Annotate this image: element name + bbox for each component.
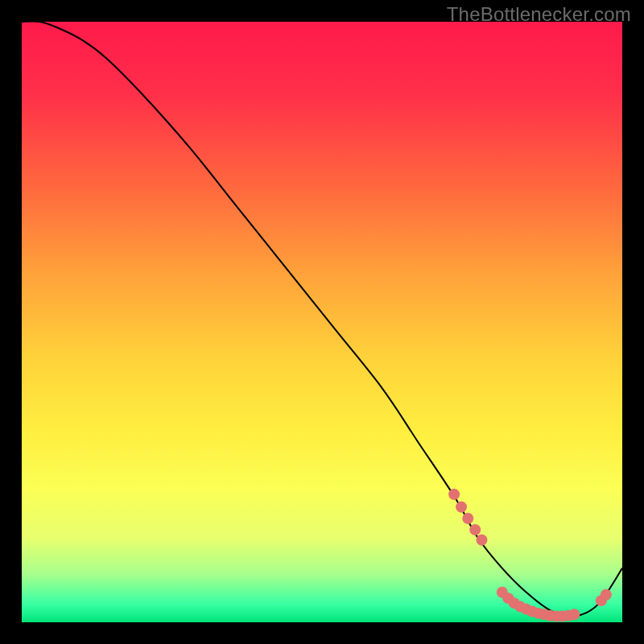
marker-dot [601, 589, 612, 601]
plot-area [22, 22, 622, 622]
marker-dot [456, 502, 467, 513]
marker-dot [448, 489, 460, 500]
chart-frame: TheBottlenecker.com [0, 0, 644, 644]
marker-dot [568, 609, 580, 620]
marker-dot [476, 535, 487, 546]
plot-svg [22, 22, 622, 622]
marker-dot [469, 524, 481, 535]
marker-dot [462, 513, 473, 524]
watermark-label: TheBottlenecker.com [447, 3, 631, 26]
gradient-background [22, 22, 622, 622]
